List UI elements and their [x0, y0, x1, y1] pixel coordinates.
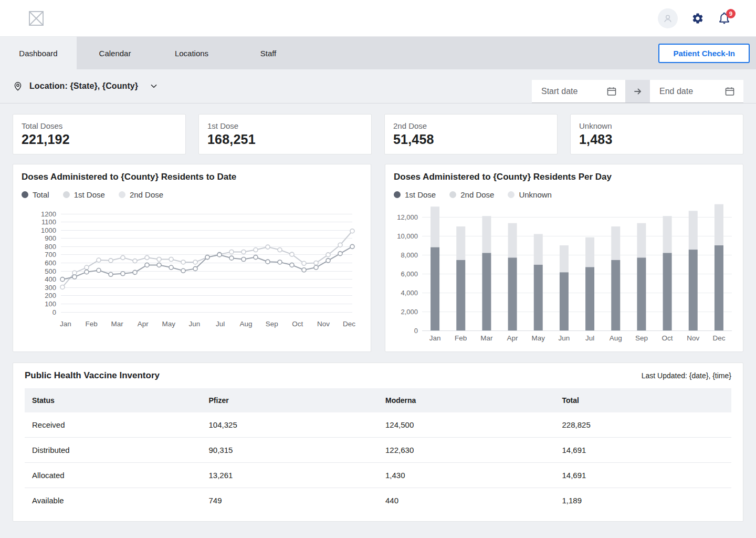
svg-text:6,000: 6,000 [401, 270, 418, 278]
svg-text:Jun: Jun [559, 334, 570, 342]
calendar-icon [606, 86, 617, 97]
start-date-input[interactable]: Start date [532, 80, 625, 102]
legend-label: Total [33, 190, 49, 199]
inventory-table: StatusPfizerModernaTotal Received104,325… [25, 388, 731, 513]
svg-text:Oct: Oct [292, 320, 303, 328]
svg-text:Oct: Oct [662, 334, 673, 342]
legend-item-total: Total [22, 190, 49, 199]
legend-item-2nd-dose: 2nd Dose [449, 190, 494, 199]
svg-text:Jan: Jan [60, 320, 71, 328]
legend-dot [508, 191, 514, 198]
column-header-moderna: Moderna [378, 388, 555, 412]
notification-badge: 9 [726, 9, 736, 18]
logo-placeholder-icon [28, 11, 44, 26]
legend-label: Unknown [519, 190, 552, 199]
date-range-separator [625, 80, 650, 102]
svg-text:800: 800 [45, 243, 56, 251]
svg-text:Dec: Dec [343, 320, 355, 328]
legend-dot [119, 191, 125, 198]
table-cell: 122,630 [378, 438, 555, 463]
app-header: 9 [0, 0, 756, 37]
svg-text:700: 700 [45, 251, 56, 258]
bar-chart-legend: 1st Dose2nd DoseUnknown [394, 190, 734, 199]
table-cell: 228,825 [555, 412, 732, 438]
svg-text:Mar: Mar [111, 320, 124, 328]
stat-card-unknown: Unknown1,483 [570, 114, 743, 154]
stat-card-total-doses: Total Doses221,192 [13, 114, 186, 154]
svg-text:0: 0 [414, 327, 418, 335]
table-row-received: Received104,325124,500228,825 [25, 412, 731, 438]
stacked-bar-chart: 02,0004,0006,0008,00010,00012,000JanFebM… [394, 203, 734, 343]
tab-locations[interactable]: Locations [153, 37, 230, 69]
table-cell: Received [25, 412, 202, 438]
person-icon [662, 13, 674, 24]
user-avatar[interactable] [658, 8, 678, 28]
charts-row: Doses Administered to {County} Residents… [0, 154, 756, 352]
stat-value: 221,192 [22, 132, 177, 147]
svg-text:600: 600 [45, 259, 56, 267]
tabs-container: DashboardCalendarLocationsStaff [0, 37, 307, 69]
line-chart: 0100200300400500600700800900100011001200… [22, 204, 358, 330]
svg-text:400: 400 [45, 275, 56, 283]
notifications-button[interactable]: 9 [718, 12, 731, 25]
svg-text:Sep: Sep [266, 320, 278, 328]
svg-text:Mar: Mar [480, 334, 493, 342]
tab-bar: DashboardCalendarLocationsStaff Patient … [0, 37, 756, 69]
column-header-total: Total [555, 388, 732, 412]
line-chart-legend: Total1st Dose2nd Dose [22, 190, 362, 199]
patient-checkin-button[interactable]: Patient Check-In [658, 44, 750, 63]
chevron-down-icon [150, 82, 158, 90]
tab-dashboard[interactable]: Dashboard [0, 37, 77, 69]
date-range-picker: Start date End date [532, 80, 743, 103]
legend-label: 2nd Dose [460, 190, 494, 199]
svg-text:Apr: Apr [138, 320, 149, 328]
svg-text:0: 0 [52, 308, 56, 316]
svg-text:Jan: Jan [429, 334, 441, 342]
svg-text:Jun: Jun [189, 320, 201, 328]
legend-item-1st-dose: 1st Dose [394, 190, 436, 199]
inventory-title: Public Health Vaccine Inventory [25, 370, 160, 381]
start-date-placeholder: Start date [541, 87, 578, 96]
svg-text:1100: 1100 [41, 218, 56, 226]
end-date-input[interactable]: End date [650, 80, 743, 102]
table-cell: 13,261 [202, 463, 379, 488]
legend-dot [449, 191, 456, 198]
location-select[interactable]: Location: {State}, {County} [13, 81, 158, 91]
svg-text:Nov: Nov [687, 334, 699, 342]
stat-label: Unknown [579, 121, 734, 130]
svg-text:Nov: Nov [317, 320, 330, 328]
table-cell: 90,315 [202, 438, 379, 463]
svg-text:May: May [531, 334, 545, 342]
table-cell: 124,500 [378, 412, 555, 438]
line-chart-card: Doses Administered to {County} Residents… [13, 164, 371, 352]
svg-text:Sep: Sep [635, 334, 648, 342]
svg-text:500: 500 [45, 267, 56, 275]
svg-text:12,000: 12,000 [397, 213, 418, 221]
table-cell: 1,430 [378, 463, 555, 488]
table-row-available: Available7494401,189 [25, 488, 731, 513]
end-date-placeholder: End date [659, 87, 693, 96]
stat-label: 2nd Dose [393, 121, 549, 130]
svg-text:Apr: Apr [507, 334, 519, 342]
svg-text:Aug: Aug [240, 320, 253, 328]
stat-cards-row: Total Doses221,1921st Dose168,2512nd Dos… [0, 104, 756, 154]
svg-text:1200: 1200 [41, 210, 56, 218]
tab-calendar[interactable]: Calendar [77, 37, 153, 69]
legend-item-1st-dose: 1st Dose [63, 190, 105, 199]
last-updated-label: Last Updated: {date}, {time} [642, 371, 731, 380]
settings-button[interactable] [691, 12, 704, 25]
table-cell: Available [25, 488, 202, 513]
stat-card-1st-dose: 1st Dose168,251 [198, 114, 372, 154]
tab-staff[interactable]: Staff [230, 37, 307, 69]
legend-label: 1st Dose [74, 190, 105, 199]
legend-label: 2nd Dose [130, 190, 163, 199]
svg-text:Jul: Jul [585, 334, 594, 342]
legend-label: 1st Dose [405, 190, 436, 199]
stat-card-2nd-dose: 2nd Dose51,458 [384, 114, 558, 154]
svg-text:Feb: Feb [85, 320, 97, 328]
table-cell: 749 [202, 488, 379, 513]
stat-label: Total Doses [22, 121, 177, 130]
svg-text:8,000: 8,000 [401, 251, 418, 259]
stat-value: 1,483 [579, 132, 734, 147]
calendar-icon [724, 86, 735, 97]
